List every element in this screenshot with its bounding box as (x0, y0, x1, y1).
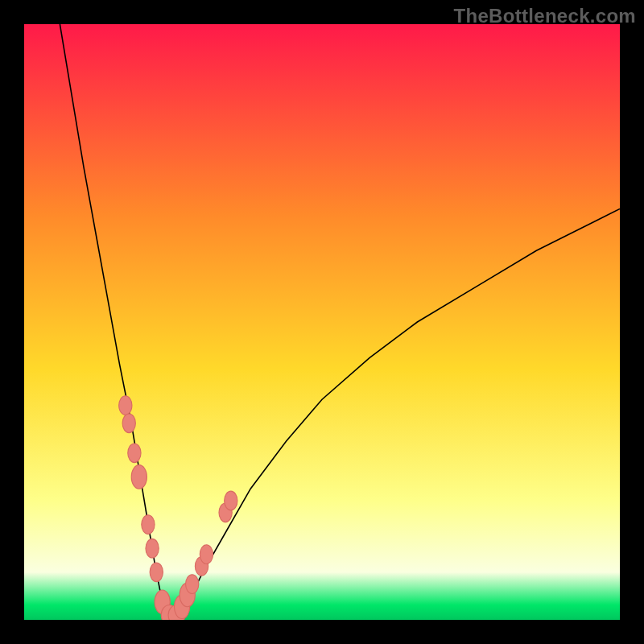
gradient-background (24, 24, 620, 620)
plot-area (24, 24, 620, 620)
data-dot (150, 563, 163, 582)
data-dot (122, 414, 135, 433)
data-dot (225, 491, 237, 510)
data-dot (131, 465, 147, 489)
chart-svg (24, 24, 620, 620)
data-dot (119, 396, 132, 415)
data-dot (128, 444, 141, 463)
data-dot (200, 545, 213, 564)
outer-frame: TheBottleneck.com (0, 0, 644, 644)
data-dot (186, 575, 199, 594)
data-dot (146, 539, 159, 558)
data-dot (142, 515, 155, 535)
